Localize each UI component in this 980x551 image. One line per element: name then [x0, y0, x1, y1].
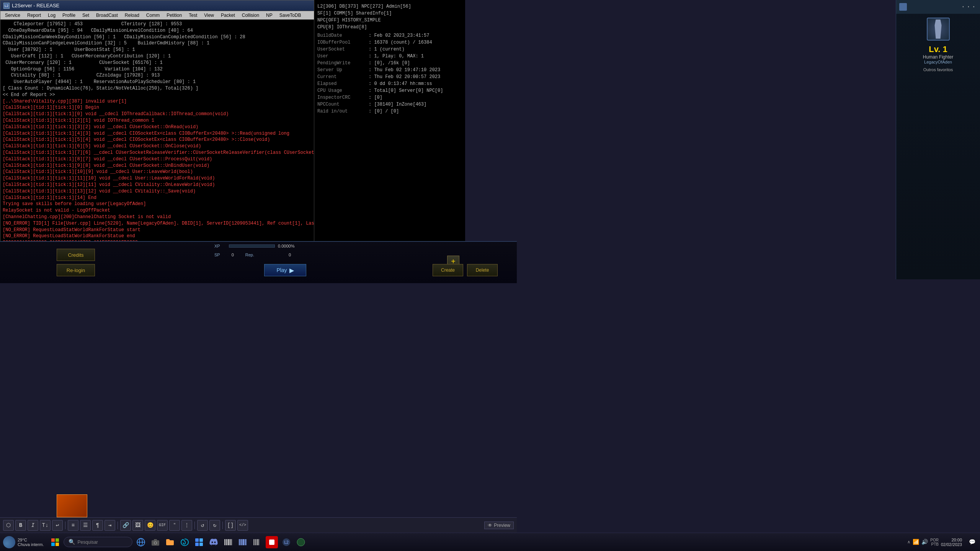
relogin-button[interactable]: Re-login [57, 264, 95, 276]
play-button[interactable]: Play ▶ [264, 264, 306, 276]
char-class: LegacyOfAden [896, 60, 980, 64]
toolbar-paragraph-icon[interactable]: ¶ [92, 520, 103, 531]
toolbar-bracket-icon[interactable]: [] [225, 520, 236, 531]
outros-favoritos-label: Outros favoritos [896, 64, 980, 75]
right-panel-row: User: 1, Play: 0, MAX: 1 [317, 53, 462, 60]
row-value: : Thu Feb 02 19:47:10 2023 [369, 67, 440, 73]
toolbar-list-icon[interactable]: ≡ [68, 520, 78, 531]
create-button[interactable]: Create [433, 264, 463, 276]
menu-comm[interactable]: Comm [143, 11, 163, 19]
search-bar[interactable]: 🔍 Pesquisar [64, 537, 132, 547]
taskbar-app-edge[interactable] [178, 536, 191, 548]
toolbar-heading-button[interactable]: T↓ [40, 520, 51, 531]
menu-view[interactable]: View [201, 11, 217, 19]
search-icon: 🔍 [69, 539, 75, 545]
row-label: Raid in/out [317, 108, 367, 115]
credits-button[interactable]: Credits [57, 249, 95, 261]
svg-rect-20 [230, 539, 230, 545]
tray-volume-icon[interactable]: 🔊 [921, 539, 928, 545]
row-label: User [317, 53, 367, 60]
delete-button[interactable]: Delete [467, 264, 498, 276]
xp-row: XP 0.0000% [214, 243, 348, 249]
menu-set[interactable]: Set [79, 11, 92, 19]
toolbar-row: ⬡ B I T↓ ↩ ≡ ☰ ¶ ⇥ 🔗 🖼 😊 GIF " ⋮ ↺ ↻ [] … [0, 517, 517, 533]
menu-savetodb[interactable]: SaveToDB [276, 11, 304, 19]
svg-rect-19 [228, 539, 229, 545]
toolbar-emoji-icon[interactable]: 😊 [145, 520, 155, 531]
taskbar-app-files[interactable] [164, 536, 176, 548]
svg-rect-33 [255, 539, 256, 545]
toolbar-undo2-icon[interactable]: ↺ [197, 520, 208, 531]
start-button[interactable] [49, 536, 61, 548]
menu-report[interactable]: Report [24, 11, 44, 19]
menu-profile[interactable]: Profile [59, 11, 78, 19]
menu-petition[interactable]: Petition [163, 11, 185, 19]
character-thumbnail [57, 494, 87, 517]
preview-button[interactable]: 👁 Preview [484, 522, 514, 529]
menu-broadcast[interactable]: BroadCast [93, 11, 121, 19]
menu-log[interactable]: Log [45, 11, 59, 19]
sidebar-panel: ··· Lv. 1 Human Fighter LegacyOfAden Out… [896, 0, 980, 279]
lang-indicator[interactable]: PORPTB [930, 538, 939, 546]
server-header: L2[306] DB[373] NPC[272] Admin[56] [317, 3, 411, 10]
toolbar-bold-button[interactable]: B [15, 520, 26, 531]
menu-test[interactable]: Test [186, 11, 200, 19]
right-info-panel: L2[306] DB[373] NPC[272] Admin[56] SF[1]… [314, 0, 465, 244]
toolbar-more-icon[interactable]: ⋮ [181, 520, 192, 531]
taskbar-app-apps[interactable] [193, 536, 205, 548]
row-label: IOBufferPool [317, 39, 367, 46]
taskbar-app-discord[interactable] [207, 536, 220, 548]
right-panel-row: IOBufferPool: 16378 (count) / 16384 [317, 39, 462, 46]
right-panel-row: Elapsed: 0 dd 0:13:47 hh:mm:ss [317, 80, 462, 87]
play-arrow-icon: ▶ [289, 267, 294, 274]
svg-rect-21 [230, 539, 231, 545]
svg-rect-31 [253, 539, 254, 545]
xp-bar-track [229, 245, 275, 248]
toolbar-link-icon[interactable]: 🔗 [120, 520, 131, 531]
menu-packet[interactable]: Packet [218, 11, 238, 19]
taskbar-time: 20:00 02/02/2023 [941, 538, 965, 547]
toolbar-redo-icon[interactable]: ↻ [209, 520, 220, 531]
row-value: : [38140] InZone[463] [369, 101, 426, 108]
row-value: : 16378 (count) / 16384 [369, 39, 432, 46]
svg-rect-2 [51, 543, 55, 546]
svg-rect-37 [269, 540, 274, 545]
taskbar-app-explorer[interactable] [135, 536, 147, 548]
taskbar-app-barcode2[interactable] [237, 536, 249, 548]
right-panel-row: UserSocket: 1 (current) [317, 46, 462, 53]
row-value: : 0 dd 0:13:47 hh:mm:ss [369, 80, 432, 87]
sidebar-more-icon[interactable]: ··· [961, 3, 977, 11]
toolbar-image-icon[interactable]: 🖼 [132, 520, 143, 531]
toolbar-code-icon[interactable]: </> [237, 520, 248, 531]
menu-reload[interactable]: Reload [122, 11, 142, 19]
menu-collision[interactable]: Collision [239, 11, 262, 19]
rep-label: Rep. [245, 253, 254, 257]
avatar-figure [933, 20, 944, 39]
taskbar-app-browser[interactable] [295, 536, 307, 548]
toolbar-undo-icon[interactable]: ↩ [52, 520, 63, 531]
taskbar-app-barcode3[interactable] [251, 536, 263, 548]
avatar [927, 18, 950, 41]
menu-service[interactable]: Service [2, 11, 23, 19]
svg-rect-12 [199, 538, 203, 542]
toolbar-sep-2 [118, 522, 118, 529]
row-label: NPCCount [317, 101, 367, 108]
toolbar-quote-icon[interactable]: " [169, 520, 180, 531]
title-bar-left: L2 L2Server - RELEASE [3, 3, 59, 9]
toolbar-gif-icon[interactable]: GIF [157, 520, 168, 531]
weather-temp: 29°C [18, 538, 44, 542]
taskbar-app-l2[interactable]: L2 [280, 536, 292, 548]
svg-rect-15 [224, 539, 225, 545]
server-sub1: SF[1] COMM[5] SharedInfo[1] [317, 10, 462, 17]
menu-np[interactable]: NP [263, 11, 276, 19]
toolbar-eraser-icon[interactable]: ⬡ [3, 520, 14, 531]
taskbar-app-camera[interactable] [149, 536, 162, 548]
taskbar-app-barcode1[interactable] [222, 536, 234, 548]
toolbar-italic-button[interactable]: I [28, 520, 38, 531]
svg-rect-14 [199, 543, 203, 546]
toolbar-indent-icon[interactable]: ⇥ [105, 520, 115, 531]
taskbar-app-red[interactable] [266, 536, 278, 548]
toolbar-align-icon[interactable]: ☰ [80, 520, 91, 531]
tray-expand[interactable]: ∧ [907, 540, 910, 544]
notification-icon[interactable]: 💬 [967, 539, 977, 545]
